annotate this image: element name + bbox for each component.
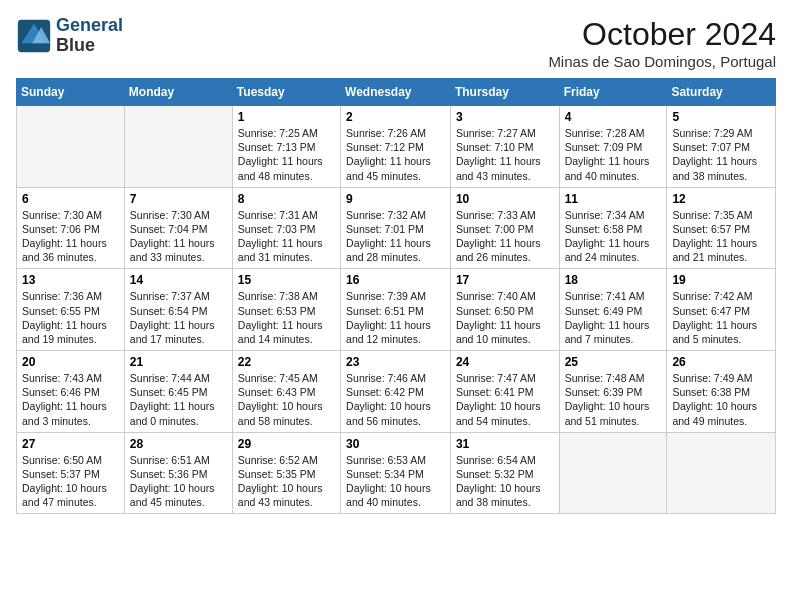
daylight-hours: Daylight: 11 hours and 45 minutes. <box>346 155 431 181</box>
sunrise-time: Sunrise: 7:30 AM <box>22 209 102 221</box>
daylight-hours: Daylight: 11 hours and 14 minutes. <box>238 319 323 345</box>
calendar-cell: 27 Sunrise: 6:50 AM Sunset: 5:37 PM Dayl… <box>17 432 125 514</box>
weekday-header-friday: Friday <box>559 79 667 106</box>
sunset-time: Sunset: 6:47 PM <box>672 305 750 317</box>
day-number: 15 <box>238 273 335 287</box>
daylight-hours: Daylight: 10 hours and 58 minutes. <box>238 400 323 426</box>
day-info: Sunrise: 7:40 AM Sunset: 6:50 PM Dayligh… <box>456 289 554 346</box>
calendar-cell: 19 Sunrise: 7:42 AM Sunset: 6:47 PM Dayl… <box>667 269 776 351</box>
calendar-cell: 7 Sunrise: 7:30 AM Sunset: 7:04 PM Dayli… <box>124 187 232 269</box>
calendar-cell: 12 Sunrise: 7:35 AM Sunset: 6:57 PM Dayl… <box>667 187 776 269</box>
daylight-hours: Daylight: 10 hours and 45 minutes. <box>130 482 215 508</box>
sunset-time: Sunset: 6:57 PM <box>672 223 750 235</box>
calendar-table: SundayMondayTuesdayWednesdayThursdayFrid… <box>16 78 776 514</box>
calendar-cell: 2 Sunrise: 7:26 AM Sunset: 7:12 PM Dayli… <box>341 106 451 188</box>
day-info: Sunrise: 7:39 AM Sunset: 6:51 PM Dayligh… <box>346 289 445 346</box>
sunset-time: Sunset: 7:13 PM <box>238 141 316 153</box>
day-info: Sunrise: 7:47 AM Sunset: 6:41 PM Dayligh… <box>456 371 554 428</box>
calendar-week-4: 20 Sunrise: 7:43 AM Sunset: 6:46 PM Dayl… <box>17 351 776 433</box>
calendar-cell: 15 Sunrise: 7:38 AM Sunset: 6:53 PM Dayl… <box>232 269 340 351</box>
calendar-cell: 26 Sunrise: 7:49 AM Sunset: 6:38 PM Dayl… <box>667 351 776 433</box>
daylight-hours: Daylight: 11 hours and 33 minutes. <box>130 237 215 263</box>
sunset-time: Sunset: 7:06 PM <box>22 223 100 235</box>
sunset-time: Sunset: 7:01 PM <box>346 223 424 235</box>
day-number: 27 <box>22 437 119 451</box>
calendar-week-3: 13 Sunrise: 7:36 AM Sunset: 6:55 PM Dayl… <box>17 269 776 351</box>
calendar-cell: 29 Sunrise: 6:52 AM Sunset: 5:35 PM Dayl… <box>232 432 340 514</box>
day-info: Sunrise: 7:42 AM Sunset: 6:47 PM Dayligh… <box>672 289 770 346</box>
calendar-cell: 1 Sunrise: 7:25 AM Sunset: 7:13 PM Dayli… <box>232 106 340 188</box>
weekday-header-sunday: Sunday <box>17 79 125 106</box>
daylight-hours: Daylight: 10 hours and 43 minutes. <box>238 482 323 508</box>
daylight-hours: Daylight: 11 hours and 31 minutes. <box>238 237 323 263</box>
sunrise-time: Sunrise: 7:48 AM <box>565 372 645 384</box>
day-number: 1 <box>238 110 335 124</box>
calendar-cell: 5 Sunrise: 7:29 AM Sunset: 7:07 PM Dayli… <box>667 106 776 188</box>
sunrise-time: Sunrise: 7:25 AM <box>238 127 318 139</box>
day-info: Sunrise: 7:28 AM Sunset: 7:09 PM Dayligh… <box>565 126 662 183</box>
daylight-hours: Daylight: 11 hours and 48 minutes. <box>238 155 323 181</box>
sunset-time: Sunset: 5:36 PM <box>130 468 208 480</box>
daylight-hours: Daylight: 11 hours and 40 minutes. <box>565 155 650 181</box>
sunrise-time: Sunrise: 7:42 AM <box>672 290 752 302</box>
daylight-hours: Daylight: 11 hours and 26 minutes. <box>456 237 541 263</box>
day-info: Sunrise: 7:35 AM Sunset: 6:57 PM Dayligh… <box>672 208 770 265</box>
weekday-header-monday: Monday <box>124 79 232 106</box>
calendar-cell <box>559 432 667 514</box>
daylight-hours: Daylight: 11 hours and 12 minutes. <box>346 319 431 345</box>
day-number: 9 <box>346 192 445 206</box>
daylight-hours: Daylight: 10 hours and 56 minutes. <box>346 400 431 426</box>
day-info: Sunrise: 7:29 AM Sunset: 7:07 PM Dayligh… <box>672 126 770 183</box>
sunrise-time: Sunrise: 7:38 AM <box>238 290 318 302</box>
calendar-cell: 9 Sunrise: 7:32 AM Sunset: 7:01 PM Dayli… <box>341 187 451 269</box>
calendar-cell: 4 Sunrise: 7:28 AM Sunset: 7:09 PM Dayli… <box>559 106 667 188</box>
day-number: 31 <box>456 437 554 451</box>
daylight-hours: Daylight: 11 hours and 5 minutes. <box>672 319 757 345</box>
logo-icon <box>16 18 52 54</box>
month-title: October 2024 <box>548 16 776 53</box>
sunset-time: Sunset: 6:58 PM <box>565 223 643 235</box>
calendar-cell: 22 Sunrise: 7:45 AM Sunset: 6:43 PM Dayl… <box>232 351 340 433</box>
calendar-cell: 28 Sunrise: 6:51 AM Sunset: 5:36 PM Dayl… <box>124 432 232 514</box>
day-number: 22 <box>238 355 335 369</box>
day-info: Sunrise: 6:51 AM Sunset: 5:36 PM Dayligh… <box>130 453 227 510</box>
sunrise-time: Sunrise: 7:27 AM <box>456 127 536 139</box>
calendar-cell: 18 Sunrise: 7:41 AM Sunset: 6:49 PM Dayl… <box>559 269 667 351</box>
daylight-hours: Daylight: 11 hours and 43 minutes. <box>456 155 541 181</box>
day-info: Sunrise: 7:34 AM Sunset: 6:58 PM Dayligh… <box>565 208 662 265</box>
daylight-hours: Daylight: 11 hours and 3 minutes. <box>22 400 107 426</box>
calendar-cell <box>17 106 125 188</box>
day-info: Sunrise: 7:45 AM Sunset: 6:43 PM Dayligh… <box>238 371 335 428</box>
sunset-time: Sunset: 5:32 PM <box>456 468 534 480</box>
day-number: 17 <box>456 273 554 287</box>
sunset-time: Sunset: 6:55 PM <box>22 305 100 317</box>
daylight-hours: Daylight: 10 hours and 38 minutes. <box>456 482 541 508</box>
day-info: Sunrise: 7:30 AM Sunset: 7:04 PM Dayligh… <box>130 208 227 265</box>
daylight-hours: Daylight: 11 hours and 36 minutes. <box>22 237 107 263</box>
sunset-time: Sunset: 7:07 PM <box>672 141 750 153</box>
calendar-cell: 30 Sunrise: 6:53 AM Sunset: 5:34 PM Dayl… <box>341 432 451 514</box>
sunset-time: Sunset: 6:43 PM <box>238 386 316 398</box>
day-number: 20 <box>22 355 119 369</box>
sunrise-time: Sunrise: 7:44 AM <box>130 372 210 384</box>
sunrise-time: Sunrise: 7:47 AM <box>456 372 536 384</box>
sunset-time: Sunset: 6:41 PM <box>456 386 534 398</box>
day-info: Sunrise: 7:37 AM Sunset: 6:54 PM Dayligh… <box>130 289 227 346</box>
daylight-hours: Daylight: 10 hours and 54 minutes. <box>456 400 541 426</box>
sunset-time: Sunset: 5:34 PM <box>346 468 424 480</box>
day-number: 14 <box>130 273 227 287</box>
calendar-cell: 11 Sunrise: 7:34 AM Sunset: 6:58 PM Dayl… <box>559 187 667 269</box>
sunset-time: Sunset: 6:49 PM <box>565 305 643 317</box>
daylight-hours: Daylight: 10 hours and 51 minutes. <box>565 400 650 426</box>
day-number: 18 <box>565 273 662 287</box>
day-info: Sunrise: 6:50 AM Sunset: 5:37 PM Dayligh… <box>22 453 119 510</box>
sunrise-time: Sunrise: 7:40 AM <box>456 290 536 302</box>
calendar-week-5: 27 Sunrise: 6:50 AM Sunset: 5:37 PM Dayl… <box>17 432 776 514</box>
sunset-time: Sunset: 6:54 PM <box>130 305 208 317</box>
calendar-cell: 23 Sunrise: 7:46 AM Sunset: 6:42 PM Dayl… <box>341 351 451 433</box>
sunrise-time: Sunrise: 7:31 AM <box>238 209 318 221</box>
day-number: 24 <box>456 355 554 369</box>
calendar-cell: 8 Sunrise: 7:31 AM Sunset: 7:03 PM Dayli… <box>232 187 340 269</box>
calendar-cell: 16 Sunrise: 7:39 AM Sunset: 6:51 PM Dayl… <box>341 269 451 351</box>
sunrise-time: Sunrise: 7:39 AM <box>346 290 426 302</box>
